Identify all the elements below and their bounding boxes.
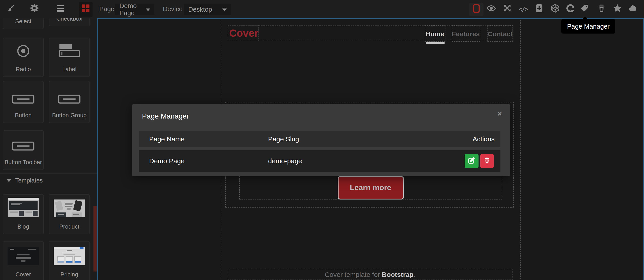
block-button-group[interactable]: Button Group — [49, 81, 90, 123]
device-select[interactable]: Desktop — [184, 3, 231, 15]
template-blog[interactable]: Blog — [3, 194, 44, 234]
cloud-save-button[interactable] — [628, 4, 638, 14]
clear-canvas-button[interactable] — [596, 4, 606, 14]
nav-link-features[interactable]: Features — [452, 26, 480, 42]
button-toolbar-icon — [12, 141, 34, 152]
tag-icon — [580, 4, 590, 14]
radio-icon — [16, 44, 30, 60]
page-label: Page — [99, 0, 114, 18]
style-manager-button[interactable] — [6, 4, 16, 14]
block-button[interactable]: Button — [3, 81, 44, 123]
modal-close-button[interactable]: × — [497, 110, 502, 118]
favorites-button[interactable] — [612, 4, 622, 14]
chevron-down-icon — [7, 179, 11, 182]
code-icon: </> — [519, 6, 528, 12]
app-window: Select Checkbox Radio Label Button — [0, 0, 644, 280]
preview-button[interactable] — [486, 4, 496, 14]
device-label: Device — [163, 0, 183, 18]
preview-eye-icon — [486, 3, 496, 14]
template-cover[interactable]: Cover — [3, 241, 44, 280]
brand-component[interactable]: Cover — [228, 25, 259, 41]
template-label: Pricing — [60, 271, 78, 278]
template-product[interactable]: Product — [49, 194, 90, 234]
block-label: Button Toolbar — [4, 159, 42, 166]
templates-header-label: Templates — [15, 177, 43, 184]
templates-section-header[interactable]: Templates — [7, 177, 43, 184]
active-nav-underline — [426, 42, 444, 44]
block-button-toolbar[interactable]: Button Toolbar — [3, 130, 44, 170]
label-icon — [58, 44, 81, 60]
open-blocks-button[interactable] — [79, 2, 92, 17]
page-manager-modal: Page Manager × Page Name Page Slug Actio… — [132, 104, 510, 176]
brand-title: Cover — [228, 25, 258, 41]
sidebar-divider — [0, 173, 97, 174]
device-select-value: Desktop — [188, 6, 212, 13]
fullscreen-button[interactable] — [502, 4, 512, 14]
chevron-down-icon — [222, 8, 227, 11]
container-right-guide — [520, 20, 520, 279]
page-manager-button[interactable] — [580, 4, 590, 14]
import-plus-icon — [535, 3, 543, 14]
product-thumbnail — [54, 198, 85, 218]
template-label: Cover — [16, 271, 31, 278]
settings-button[interactable] — [30, 4, 39, 14]
cloud-icon — [628, 4, 638, 14]
block-label: Checkbox — [56, 18, 82, 22]
column-header-page-name: Page Name — [149, 130, 184, 147]
chevron-down-icon — [146, 8, 150, 11]
nav-link-contact[interactable]: Contact — [487, 26, 513, 42]
block-label: Button Group — [52, 112, 87, 118]
nav-link-home[interactable]: Home — [425, 26, 445, 42]
column-header-page-slug: Page Slug — [268, 130, 299, 147]
borders-visibility-icon — [472, 4, 481, 14]
block-label-block[interactable]: Label — [49, 38, 90, 77]
learn-more-button[interactable]: Learn more — [338, 176, 404, 200]
table-row: Demo Page demo-page — [138, 150, 500, 172]
edit-page-button[interactable] — [464, 154, 478, 168]
block-label: Button — [15, 112, 32, 118]
footer-component[interactable]: Cover template for Bootstrap. — [228, 269, 513, 280]
page-select-value: Demo Page — [120, 2, 144, 16]
c-gauge-icon — [566, 3, 575, 14]
nav-label: Features — [452, 30, 480, 37]
cover-thumbnail — [8, 247, 39, 265]
block-checkbox[interactable]: Checkbox — [49, 18, 90, 26]
toggle-borders-button[interactable] — [469, 2, 484, 16]
block-radio[interactable]: Radio — [3, 38, 44, 77]
sidebar-scrollbar[interactable] — [93, 206, 96, 272]
page-name-cell: Demo Page — [149, 150, 184, 172]
block-label: Select — [15, 18, 31, 24]
nav-label: Contact — [488, 30, 513, 37]
modal-title: Page Manager — [142, 112, 189, 120]
codepen-export-button[interactable] — [550, 4, 560, 14]
star-icon — [612, 3, 622, 14]
top-toolbar: Page Demo Page Device Desktop </> — [0, 0, 644, 18]
block-label: Label — [62, 66, 76, 72]
pricing-thumbnail — [54, 247, 85, 265]
tooltip-text: Page Manager — [567, 22, 610, 30]
c-logo-button[interactable] — [565, 4, 575, 14]
page-select[interactable]: Demo Page — [115, 3, 154, 15]
page-manager-tooltip: Page Manager — [561, 19, 616, 33]
codepen-icon — [550, 3, 560, 14]
button-icon — [12, 94, 34, 106]
template-label: Blog — [18, 223, 29, 230]
block-select[interactable]: Select — [3, 18, 44, 29]
blocks-sidebar: Select Checkbox Radio Label Button — [0, 18, 97, 280]
trash-icon — [598, 4, 606, 14]
learn-more-label: Learn more — [350, 184, 391, 192]
page-slug-cell: demo-page — [268, 150, 302, 172]
fullscreen-arrows-icon — [503, 4, 512, 14]
bootstrap-link[interactable]: Bootstrap — [382, 270, 414, 278]
edit-pencil-icon — [468, 157, 475, 165]
export-code-button[interactable]: </> — [518, 4, 528, 14]
table-header-row: Page Name Page Slug Actions — [138, 130, 500, 147]
delete-page-button[interactable] — [480, 154, 494, 168]
footer-text: Cover template for Bootstrap. — [325, 270, 415, 278]
block-label: Radio — [16, 66, 31, 72]
layers-menu-button[interactable] — [56, 4, 65, 14]
nav-label: Home — [426, 30, 444, 37]
template-pricing[interactable]: Pricing — [49, 241, 90, 280]
blocks-grid-icon — [82, 4, 90, 14]
import-button[interactable] — [534, 4, 544, 14]
